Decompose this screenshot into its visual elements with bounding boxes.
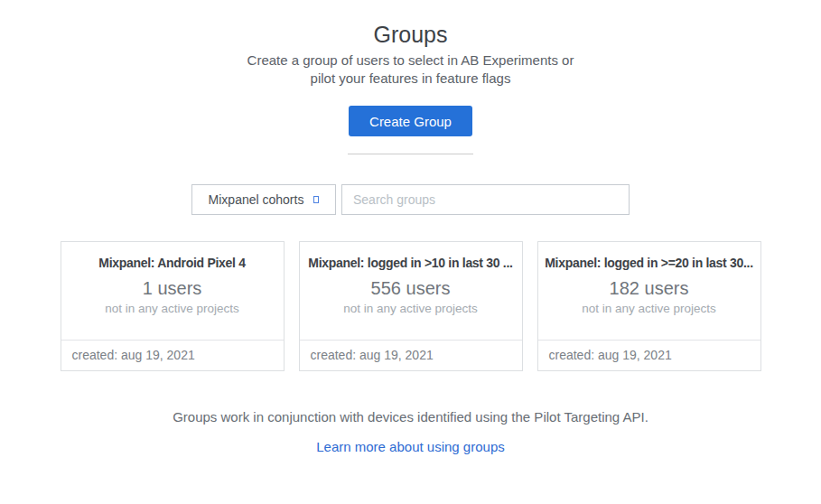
group-card-body: Mixpanel: logged in >=20 in last 30... 1… — [538, 242, 760, 340]
page-subtitle-line-2: pilot your features in feature flags — [0, 70, 821, 88]
page-header: Groups Create a group of users to select… — [0, 0, 821, 154]
group-user-count: 556 users — [300, 278, 522, 299]
cohort-source-dropdown[interactable]: Mixpanel cohorts — [191, 184, 336, 215]
group-card[interactable]: Mixpanel: logged in >=20 in last 30... 1… — [537, 241, 761, 371]
group-created-date: created: aug 19, 2021 — [61, 340, 284, 370]
group-name: Mixpanel: logged in >=20 in last 30... — [538, 256, 760, 271]
page-title: Groups — [0, 22, 821, 47]
groups-page: Groups Create a group of users to select… — [0, 0, 821, 504]
group-user-count: 182 users — [538, 278, 760, 299]
header-divider — [348, 154, 473, 154]
group-card[interactable]: Mixpanel: Android Pixel 4 1 users not in… — [61, 241, 285, 371]
group-card-body: Mixpanel: logged in >10 in last 30 ... 5… — [300, 242, 522, 340]
group-status: not in any active projects — [300, 302, 522, 316]
cohort-source-value: Mixpanel cohorts — [209, 192, 304, 207]
group-name: Mixpanel: logged in >10 in last 30 ... — [300, 256, 522, 271]
group-card-body: Mixpanel: Android Pixel 4 1 users not in… — [61, 242, 284, 340]
learn-more-link[interactable]: Learn more about using groups — [0, 438, 821, 455]
group-card[interactable]: Mixpanel: logged in >10 in last 30 ... 5… — [299, 241, 523, 371]
create-group-button[interactable]: Create Group — [349, 106, 472, 136]
page-subtitle-line-1: Create a group of users to select in AB … — [0, 51, 821, 70]
footer-note: Groups work in conjunction with devices … — [0, 408, 821, 425]
group-cards-row: Mixpanel: Android Pixel 4 1 users not in… — [0, 241, 821, 371]
group-created-date: created: aug 19, 2021 — [300, 340, 522, 370]
group-status: not in any active projects — [538, 302, 760, 316]
group-created-date: created: aug 19, 2021 — [538, 340, 760, 370]
group-status: not in any active projects — [61, 302, 284, 316]
group-name: Mixpanel: Android Pixel 4 — [61, 256, 284, 271]
dropdown-indicator-icon — [313, 196, 319, 203]
group-user-count: 1 users — [61, 278, 284, 299]
controls-row: Mixpanel cohorts — [0, 184, 821, 215]
search-groups-input[interactable] — [341, 184, 630, 215]
